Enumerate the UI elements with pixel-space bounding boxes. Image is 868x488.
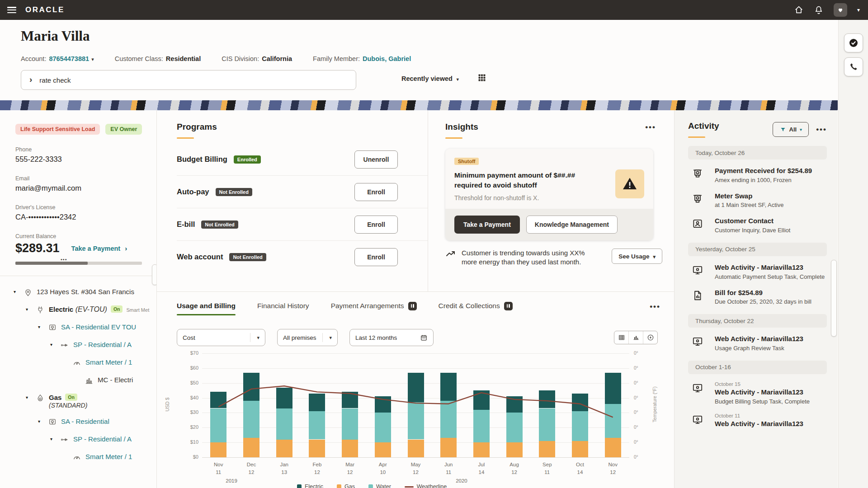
activity-item-date: October 15: [715, 381, 810, 387]
tasks-check-button[interactable]: [844, 33, 863, 52]
activity-scrollbar-thumb[interactable]: [831, 260, 837, 337]
activity-item[interactable]: Meter Swapat 1 Main Street SF, Active: [688, 192, 827, 210]
insights-overflow-menu-icon[interactable]: •••: [645, 123, 656, 132]
see-usage-button[interactable]: See Usage▾: [612, 249, 662, 264]
tree-expand-caret-icon[interactable]: ▾: [14, 289, 20, 294]
service-point-icon: [60, 435, 69, 444]
tree-row[interactable]: ▾GasOn(STANDARD): [0, 394, 156, 409]
tree-label-box: Electric (EV-TOU)OnSmart Met: [49, 305, 149, 314]
profile-badge: Life Support Sensitive Load: [15, 124, 100, 135]
enroll-button[interactable]: Enroll: [354, 183, 398, 201]
activity-item[interactable]: Web Activity - Mariavilla123Usage Graph …: [688, 335, 827, 352]
meter-icon: [692, 168, 703, 179]
search-chevron-icon: ›: [29, 75, 32, 84]
y-axis-tick: $60: [178, 365, 198, 371]
right-utility-rail: [838, 20, 868, 488]
activity-overflow-menu-icon[interactable]: •••: [816, 125, 827, 134]
tree-row[interactable]: ▾SP - Residential / A: [0, 435, 156, 444]
program-row: E-billNot EnrolledEnroll: [177, 208, 428, 241]
legend-label: Weatherline: [417, 483, 447, 488]
activity-item[interactable]: Payment Received for $254.89Amex ending …: [688, 167, 827, 184]
tab-usage-and-billing[interactable]: Usage and Billing: [177, 302, 236, 312]
tree-label-box: GasOn(STANDARD): [49, 394, 87, 409]
drag-handle-dots-icon[interactable]: •••: [61, 257, 67, 262]
tree-item-label[interactable]: SA - Residential EV TOU: [61, 323, 136, 331]
tree-expand-caret-icon[interactable]: ▾: [38, 419, 44, 424]
user-avatar[interactable]: [834, 3, 847, 17]
tree-item-label[interactable]: SP - Residential / A: [73, 435, 132, 443]
tree-item-note: Smart Met: [126, 307, 149, 313]
tree-expand-caret-icon[interactable]: ▾: [26, 307, 32, 312]
tree-row[interactable]: ▾Electric (EV-TOU)OnSmart Met: [0, 305, 156, 314]
tab-financial-history[interactable]: Financial History: [257, 302, 309, 312]
unenroll-button[interactable]: Unenroll: [354, 150, 398, 169]
account-number-link[interactable]: 87654473881: [49, 55, 89, 62]
x-axis-tick-month: Nov: [599, 462, 627, 467]
premises-select[interactable]: All premises ▾: [277, 329, 338, 346]
bar-chart-view-icon[interactable]: [629, 331, 643, 344]
web-activity-icon: [692, 414, 703, 426]
tabs-overflow-menu-icon[interactable]: •••: [650, 302, 660, 311]
activity-item[interactable]: October 11Web Activity - Mariavilla123: [688, 413, 827, 428]
tree-item-label[interactable]: Smart Meter / 1: [85, 453, 132, 460]
metric-select[interactable]: Cost ▾: [177, 329, 265, 346]
filter-chevron-icon: ▾: [800, 127, 802, 132]
home-icon[interactable]: [794, 5, 804, 15]
activity-filter-button[interactable]: All ▾: [773, 122, 809, 137]
tree-row[interactable]: Smart Meter / 1: [0, 453, 156, 462]
tree-row[interactable]: ▾SP - Residential / A: [0, 341, 156, 350]
search-input[interactable]: [38, 76, 356, 84]
activity-item-subtitle: Budget Billing Setup Task, Complete: [715, 398, 810, 406]
activity-feed: Today, October 26Payment Received for $2…: [688, 146, 827, 428]
balance-field: Current Balance $289.31 Take a Payment ›: [15, 233, 156, 255]
apps-grid-icon[interactable]: [477, 73, 486, 84]
tree-expand-caret-icon[interactable]: ▾: [26, 395, 32, 400]
take-a-payment-button[interactable]: Take a Payment: [454, 216, 520, 234]
export-download-icon[interactable]: [643, 331, 657, 344]
activity-item[interactable]: Web Activity - Mariavilla123Automatic Pa…: [688, 263, 827, 281]
tree-scrollbar-thumb[interactable]: [152, 264, 157, 285]
enroll-button[interactable]: Enroll: [354, 216, 398, 234]
take-a-payment-link[interactable]: Take a Payment: [71, 245, 121, 252]
trend-message: Customer is trending towards using XX% m…: [462, 249, 594, 267]
action-search-bar[interactable]: ›: [21, 70, 356, 90]
phone-call-button[interactable]: [844, 57, 863, 76]
weather-line-series: [202, 353, 629, 457]
tree-item-label[interactable]: SP - Residential / A: [73, 341, 132, 348]
activity-item[interactable]: Customer ContactCustomer Inquiry, Dave E…: [688, 217, 827, 235]
tree-row[interactable]: MC - Electri: [0, 376, 156, 385]
tree-item-label[interactable]: Smart Meter / 1: [85, 358, 132, 366]
current-balance-value: $289.31: [15, 241, 60, 255]
activity-date-chip: Today, October 26: [688, 146, 827, 160]
recently-viewed-chevron-icon: ▾: [457, 77, 459, 82]
tree-expand-caret-icon[interactable]: ▾: [50, 436, 57, 441]
activity-item[interactable]: Bill for $254.89Due October 25, 2020, 32…: [688, 289, 827, 306]
tree-expand-caret-icon[interactable]: ▾: [38, 324, 44, 329]
activity-item[interactable]: October 15Web Activity - Mariavilla123Bu…: [688, 381, 827, 406]
family-member-link[interactable]: Dubois, Gabriel: [363, 55, 411, 62]
account-chevron-down-icon[interactable]: ▾: [91, 56, 94, 62]
tree-row[interactable]: Smart Meter / 1: [0, 358, 156, 367]
alert-badge-icon: [408, 302, 417, 310]
profile-chevron-down-icon[interactable]: ▾: [857, 7, 860, 13]
tree-expand-caret-icon[interactable]: ▾: [50, 342, 57, 347]
tree-item-label[interactable]: SA - Residential: [61, 418, 109, 425]
see-usage-chevron-icon: ▾: [653, 254, 656, 259]
notifications-bell-icon[interactable]: [814, 5, 824, 15]
select-chevron-icon: ▾: [322, 333, 332, 342]
knowledge-management-button[interactable]: Knowledge Management: [526, 216, 618, 234]
enroll-button[interactable]: Enroll: [354, 248, 398, 266]
date-range-select[interactable]: Last 12 months: [349, 329, 434, 346]
tree-row[interactable]: ▾SA - Residential: [0, 418, 156, 427]
top-app-bar: ORACLE ▾: [0, 0, 868, 20]
tab-payment-arrangements[interactable]: Payment Arrangements: [331, 302, 417, 312]
insight-card-actions: Take a Payment Knowledge Management: [445, 209, 653, 240]
programs-list: Budget BillingEnrolledUnenrollAuto-payNo…: [177, 143, 428, 273]
tree-row[interactable]: ▾SA - Residential EV TOU: [0, 323, 156, 332]
tab-credit-collections[interactable]: Credit & Collections: [439, 302, 513, 312]
tree-row[interactable]: ▾123 Hayes St. #304 San Francis: [0, 288, 156, 297]
hamburger-menu-icon[interactable]: [7, 7, 16, 13]
recently-viewed-dropdown[interactable]: Recently viewed ▾: [401, 75, 459, 82]
table-view-icon[interactable]: [614, 331, 629, 344]
program-row: Auto-payNot EnrolledEnroll: [177, 176, 428, 208]
